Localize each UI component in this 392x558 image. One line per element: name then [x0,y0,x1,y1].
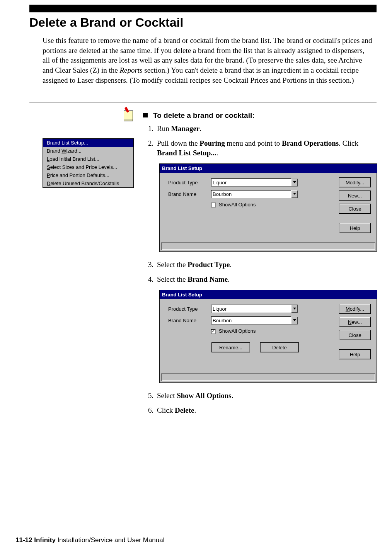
checkbox-icon: ✓ [211,329,216,334]
checkbox-label-rest: ll Options [235,201,256,208]
step-text: . [232,391,233,400]
product-type-value: Liquor [211,179,291,186]
menu-item-price-portion[interactable]: Price and Portion Defaults... [43,171,133,179]
menu-label: izard... [66,148,82,154]
step-text: . [230,260,232,269]
dialog-status-bar [161,242,375,250]
dialog-status-bar [161,373,375,381]
header-rule [29,5,377,12]
svg-marker-3 [293,319,296,321]
footer-doc-title: Installation/Service and User Manual [56,536,165,544]
brand-name-value: Bourbon [211,190,291,198]
menu-item-brand-list-setup[interactable]: Brand List Setup... [43,139,133,147]
brand-name-combo[interactable]: Bourbon [211,190,298,198]
rename-button[interactable]: Rename... [211,342,250,352]
product-type-value: Liquor [211,305,291,313]
btn-label: elete [276,344,287,351]
brand-name-label: Brand Name [168,191,211,198]
btn-accel: D [272,344,276,351]
menu-label: oad Initial Brand List... [49,156,99,162]
checkbox-accel: A [232,201,235,208]
menu-item-brand-wizard[interactable]: Brand Wizard... [43,147,133,155]
btn-label: Close [348,206,361,213]
step-bold: Brand List Setup... [157,149,216,157]
checkbox-label-pre: Show [219,328,232,335]
menu-item-delete-unused[interactable]: Delete Unused Brands/Cocktails [43,179,133,187]
help-button[interactable]: Help [339,349,371,359]
menu-accel: D [47,180,50,186]
brand-list-setup-dialog-2: Brand List Setup Product Type Liquor Bra… [159,290,377,383]
step-bold: Show All Options [177,391,232,400]
modify-button[interactable]: Modify... [339,304,371,314]
step-bold: Pouring [199,139,225,147]
steps-list: Run Manager. Pull down the Pouring menu … [143,124,373,415]
note-marker-icon [124,111,133,121]
help-button[interactable]: Help [339,223,371,233]
btn-label: odify... [350,179,364,186]
chevron-down-icon[interactable] [291,316,298,324]
product-type-combo[interactable]: Liquor [211,178,298,187]
btn-label: Help [350,351,360,358]
dialog-title: Brand List Setup [160,290,377,299]
step-4: Select the Brand Name. Brand List Setup … [155,274,373,383]
step-6: Click Delete. [155,405,373,415]
step-text: . [199,124,201,133]
step-text: Select the [157,260,187,269]
checkbox-label-pre: Show [219,201,232,208]
menu-pre: Brand [47,148,61,154]
procedure-title: To delete a brand or cocktail: [143,111,373,120]
btn-label: ew... [351,192,362,199]
btn-label: odify... [350,306,364,313]
chevron-down-icon[interactable] [291,179,298,186]
footer-product-name: Infinity [34,536,56,544]
step-bold: Brand Name [187,275,228,283]
svg-marker-1 [293,193,296,195]
page-footer: 11-12 Infinity Installation/Service and … [15,536,165,544]
bullet-square-icon [143,113,148,117]
new-button[interactable]: New... [339,317,371,327]
new-button[interactable]: New... [339,191,371,201]
checkbox-label-rest: ll Options [235,328,256,335]
step-text: Pull down the [157,139,199,147]
svg-marker-0 [293,181,296,183]
menu-label: elete Unused Brands/Cocktails [50,180,119,186]
close-button[interactable]: Close [339,204,371,214]
menu-label: elect Sizes and Price Levels... [50,164,117,170]
chevron-down-icon[interactable] [291,305,298,313]
step-text: Select the [157,275,187,283]
step-text: menu and point to [225,139,282,147]
brand-name-combo[interactable]: Bourbon [211,316,298,325]
btn-accel: N [348,319,351,326]
intro-paragraph: Use this feature to remove the name of a… [43,36,373,85]
footer-page-number: 11-12 [15,536,34,544]
menu-label: rice and Portion Defaults... [50,172,109,178]
product-type-combo[interactable]: Liquor [211,305,298,313]
btn-accel: M [346,306,350,313]
page-title: Delete a Brand or Cocktail [29,15,183,30]
step-text: Select [157,391,177,400]
menu-accel: S [47,164,50,170]
btn-accel: M [346,179,350,186]
menu-item-select-sizes[interactable]: Select Sizes and Price Levels... [43,163,133,171]
brand-name-label: Brand Name [168,317,211,324]
svg-marker-2 [293,308,296,310]
step-text: . Click [339,139,358,147]
brand-list-setup-dialog-1: Brand List Setup Product Type Liquor Bra… [159,163,377,252]
step-2: Pull down the Pouring menu and point to … [155,138,373,252]
step-1: Run Manager. [155,124,373,134]
menu-label: rand List Setup... [50,140,88,146]
menu-accel: W [61,148,66,154]
dialog-title: Brand List Setup [160,164,377,173]
checkbox-accel: A [232,328,235,335]
menu-item-load-initial[interactable]: Load Initial Brand List... [43,155,133,163]
btn-label: ew... [351,319,362,326]
close-button[interactable]: Close [339,330,371,340]
delete-button[interactable]: Delete [260,342,299,352]
menu-accel: B [47,140,50,146]
modify-button[interactable]: Modify... [339,177,371,187]
brand-operations-menu: Brand List Setup... Brand Wizard... Load… [43,138,134,188]
step-text: Run [157,124,171,133]
product-type-label: Product Type [168,306,211,313]
section-divider [29,102,377,102]
chevron-down-icon[interactable] [291,190,298,198]
